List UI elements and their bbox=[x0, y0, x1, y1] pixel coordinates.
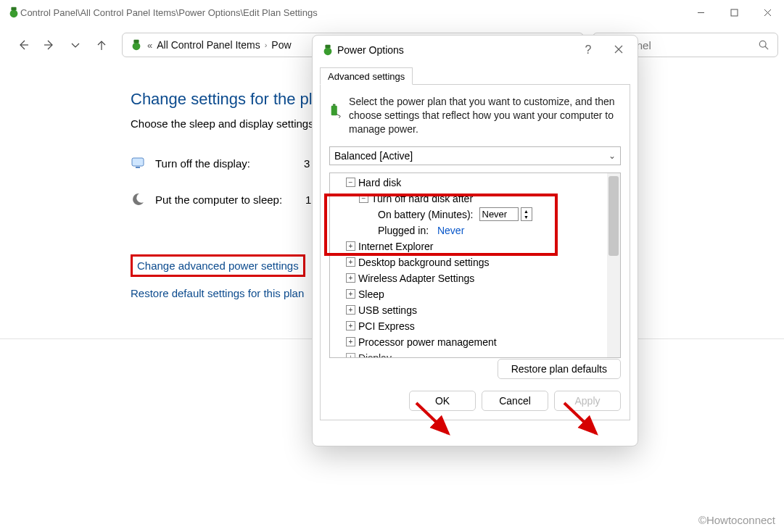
svg-point-0 bbox=[10, 9, 18, 17]
svg-rect-3 bbox=[731, 9, 738, 16]
minimize-button[interactable] bbox=[684, 0, 717, 25]
highlight-box: Change advanced power settings bbox=[131, 254, 305, 277]
expand-icon[interactable]: + bbox=[346, 273, 355, 283]
dialog-titlebar: Power Options ? bbox=[313, 36, 637, 65]
svg-point-15 bbox=[324, 47, 332, 55]
dialog-tabstrip: Advanced settings bbox=[313, 65, 637, 85]
moon-icon bbox=[131, 192, 145, 207]
power-plan-select[interactable]: Balanced [Active] ⌄ bbox=[329, 146, 621, 165]
dialog-description: Select the power plan that you want to c… bbox=[349, 95, 621, 136]
tree-item-desktop-bg[interactable]: +Desktop background settings bbox=[333, 254, 604, 270]
scrollbar-track[interactable] bbox=[607, 173, 620, 357]
back-button[interactable] bbox=[12, 33, 35, 57]
expand-icon[interactable]: + bbox=[346, 289, 355, 299]
svg-point-9 bbox=[133, 42, 141, 50]
search-icon bbox=[759, 40, 769, 50]
svg-line-22 bbox=[564, 403, 596, 433]
collapse-icon[interactable]: − bbox=[346, 178, 355, 187]
dialog-help-button[interactable]: ? bbox=[574, 43, 603, 57]
tree-item-hard-disk[interactable]: −Hard disk bbox=[333, 175, 604, 191]
window-titlebar: Control Panel\All Control Panel Items\Po… bbox=[0, 0, 784, 25]
breadcrumb-segment[interactable]: All Control Panel Items bbox=[157, 39, 260, 51]
monitor-icon bbox=[131, 156, 145, 170]
power-options-dialog: Power Options ? Advanced settings Select… bbox=[312, 35, 638, 446]
chevron-down-icon: ⌄ bbox=[608, 151, 616, 161]
spin-up[interactable]: ▲ bbox=[521, 208, 532, 215]
chevron-right-icon: › bbox=[265, 41, 268, 49]
settings-tree: −Hard disk −Turn off hard disk after On … bbox=[329, 173, 621, 358]
on-battery-label: On battery (Minutes): bbox=[378, 209, 474, 220]
tree-item-usb[interactable]: +USB settings bbox=[333, 302, 604, 318]
scrollbar-thumb[interactable] bbox=[608, 176, 619, 256]
expand-icon[interactable]: + bbox=[346, 241, 355, 251]
spin-buttons[interactable]: ▲▼ bbox=[521, 207, 532, 221]
tree-item-ie[interactable]: +Internet Explorer bbox=[333, 238, 604, 254]
setting-label: Put the computer to sleep: bbox=[155, 194, 282, 206]
annotation-arrow bbox=[413, 400, 457, 446]
svg-rect-16 bbox=[325, 45, 330, 49]
watermark: ©Howtoconnect bbox=[698, 514, 775, 526]
power-options-icon bbox=[321, 43, 334, 57]
expand-icon[interactable]: + bbox=[346, 337, 355, 346]
expand-icon[interactable]: + bbox=[346, 353, 355, 358]
plugged-in-value[interactable]: Never bbox=[437, 225, 464, 236]
svg-rect-1 bbox=[11, 7, 16, 11]
setting-label: Turn off the display: bbox=[155, 157, 250, 170]
window-caption-buttons bbox=[684, 0, 784, 25]
annotation-arrow bbox=[561, 400, 605, 446]
expand-icon[interactable]: + bbox=[346, 257, 355, 267]
tab-advanced-settings[interactable]: Advanced settings bbox=[320, 67, 413, 85]
svg-rect-13 bbox=[132, 158, 144, 166]
tree-item-turn-off-hdd[interactable]: −Turn off hard disk after bbox=[333, 191, 604, 207]
svg-rect-20 bbox=[333, 104, 336, 106]
restore-plan-defaults-button[interactable]: Restore plan defaults bbox=[498, 359, 621, 379]
svg-line-21 bbox=[416, 403, 448, 433]
svg-line-12 bbox=[765, 46, 768, 49]
on-battery-value-field[interactable]: Never bbox=[479, 207, 519, 221]
tree-item-sleep[interactable]: +Sleep bbox=[333, 286, 604, 302]
plan-select-value: Balanced [Active] bbox=[334, 150, 413, 162]
dialog-title: Power Options bbox=[337, 44, 404, 56]
tree-setting-plugged-in: Plugged in: Never bbox=[333, 223, 604, 238]
tree-setting-on-battery: On battery (Minutes): Never ▲▼ bbox=[333, 207, 604, 223]
tree-item-wireless[interactable]: +Wireless Adapter Settings bbox=[333, 270, 604, 286]
change-advanced-link[interactable]: Change advanced power settings bbox=[137, 259, 299, 272]
power-options-icon bbox=[130, 38, 143, 51]
recent-locations-button[interactable] bbox=[64, 33, 87, 57]
window-title: Control Panel\All Control Panel Items\Po… bbox=[20, 7, 684, 18]
svg-rect-10 bbox=[133, 40, 139, 43]
forward-button[interactable] bbox=[38, 33, 61, 57]
power-options-icon bbox=[7, 6, 20, 19]
tree-item-pci[interactable]: +PCI Express bbox=[333, 318, 604, 334]
svg-rect-14 bbox=[136, 167, 140, 168]
expand-icon[interactable]: + bbox=[346, 305, 355, 315]
close-button[interactable] bbox=[751, 0, 784, 25]
tree-item-display[interactable]: +Display bbox=[333, 350, 604, 358]
breadcrumb-segment[interactable]: Pow bbox=[271, 39, 291, 51]
spin-down[interactable]: ▼ bbox=[521, 215, 532, 221]
dialog-body: Select the power plan that you want to c… bbox=[320, 84, 630, 420]
expand-icon[interactable]: + bbox=[346, 321, 355, 331]
cancel-button[interactable]: Cancel bbox=[482, 391, 548, 411]
up-button[interactable] bbox=[90, 33, 113, 57]
breadcrumb-overflow[interactable]: « bbox=[147, 40, 152, 51]
maximize-button[interactable] bbox=[717, 0, 751, 25]
collapse-icon[interactable]: − bbox=[359, 194, 368, 203]
battery-plug-icon bbox=[329, 95, 342, 127]
tree-item-processor[interactable]: +Processor power management bbox=[333, 334, 604, 350]
svg-rect-19 bbox=[331, 106, 337, 115]
plugged-in-label: Plugged in: bbox=[378, 225, 429, 236]
dialog-close-button[interactable] bbox=[603, 44, 635, 56]
